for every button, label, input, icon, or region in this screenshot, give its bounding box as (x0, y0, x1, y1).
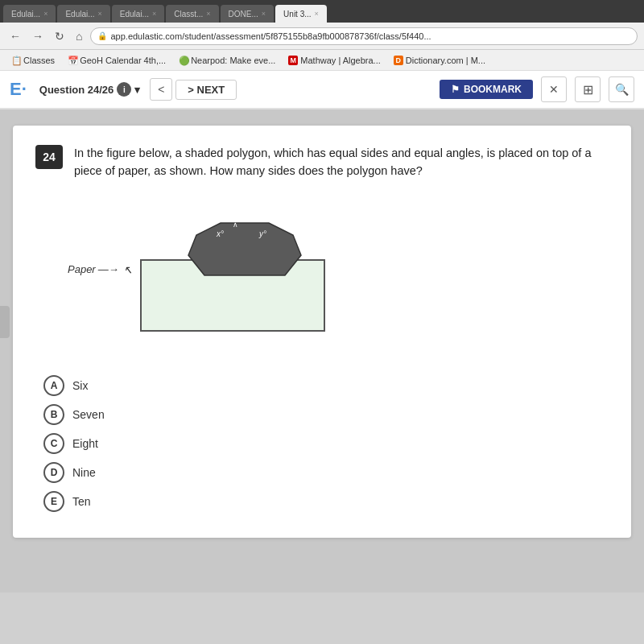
mathway-icon: M (288, 56, 298, 65)
nearpod-icon: 🟢 (179, 56, 188, 65)
choice-C-letter: C (51, 438, 58, 449)
classes-icon: 📋 (11, 56, 21, 65)
polygon-figure: x° y° ∧ (172, 211, 317, 283)
bookmark-dictionary[interactable]: D Dictionary.com | M... (389, 54, 490, 67)
tab-label: Classt... (174, 10, 203, 19)
choice-E-label: Ten (72, 495, 91, 508)
tab-label: Edulai... (11, 10, 40, 19)
choice-B-circle: B (43, 404, 64, 425)
prev-question-button[interactable]: < (150, 78, 172, 101)
question-text: In the figure below, a shaded polygon, w… (74, 145, 609, 180)
bookmark-label: GeoH Calendar 4th,... (80, 56, 166, 65)
tab-6-active[interactable]: Unit 3... × (275, 5, 327, 23)
browser-tabs: Edulai... × Edulai... × Edulai... × Clas… (0, 0, 644, 23)
tab-label: Edulai... (120, 10, 149, 19)
forward-button[interactable]: → (29, 28, 47, 44)
choice-B-label: Seven (72, 408, 105, 421)
bookmark-label: Dictionary.com | M... (406, 56, 485, 65)
svg-text:x°: x° (216, 229, 224, 238)
search-tool-button[interactable]: 🔍 (609, 76, 634, 102)
choice-B[interactable]: B Seven (43, 404, 609, 425)
tab-close-5[interactable]: × (262, 10, 266, 18)
question-number-badge: 24 (35, 145, 63, 169)
cursor-text: ↖ (123, 263, 133, 276)
choice-A[interactable]: A Six (43, 375, 609, 396)
bookmark-button[interactable]: ⚑ BOOKMARK (440, 80, 533, 99)
bookmark-label: Classes (23, 56, 55, 65)
choice-C[interactable]: C Eight (43, 433, 609, 454)
lock-icon: 🔒 (97, 31, 107, 40)
info-icon[interactable]: i (117, 82, 131, 97)
tab-close-4[interactable]: × (206, 10, 210, 18)
paper-arrow-icon: —→ (98, 263, 119, 275)
calendar-tool-button[interactable]: ⊞ (575, 76, 601, 102)
bookmark-label: Mathway | Algebra... (300, 56, 380, 65)
choice-C-circle: C (43, 433, 64, 454)
bookmark-classes[interactable]: 📋 Classes (6, 54, 60, 67)
address-input[interactable]: 🔒 app.edulastic.com/student/assessment/5… (90, 27, 638, 45)
calendar-icon: ⊞ (583, 82, 593, 97)
bookmark-label: BOOKMARK (464, 84, 522, 95)
paper-label: Paper —→ ↖ (68, 263, 133, 276)
choice-E-letter: E (51, 496, 57, 507)
tab-4[interactable]: Classt... × (166, 5, 218, 23)
back-button[interactable]: ← (6, 28, 24, 44)
next-arrow: > (188, 84, 194, 96)
close-icon: ✕ (549, 83, 559, 96)
tab-close-3[interactable]: × (152, 10, 156, 18)
choice-D[interactable]: D Nine (43, 462, 609, 483)
navigation-arrows: < > NEXT (150, 78, 237, 101)
bookmark-mathway[interactable]: M Mathway | Algebra... (283, 54, 385, 67)
dictionary-icon: D (394, 56, 403, 65)
choice-A-label: Six (72, 379, 88, 392)
bookmark-geoh[interactable]: 📅 GeoH Calendar 4th,... (63, 54, 171, 67)
question-counter: Question 24/26 i ▾ (39, 82, 140, 97)
tab-5[interactable]: DONE... × (221, 5, 275, 23)
tab-3[interactable]: Edulai... × (112, 5, 164, 23)
next-label: NEXT (197, 84, 225, 96)
choice-D-letter: D (51, 467, 58, 478)
tab-close-2[interactable]: × (98, 10, 102, 18)
svg-text:y°: y° (258, 229, 266, 238)
edulastic-logo: E· (10, 79, 27, 100)
tab-close-6[interactable]: × (315, 10, 319, 18)
tab-label: DONE... (229, 10, 258, 19)
next-question-button[interactable]: > NEXT (175, 80, 237, 100)
choice-A-letter: A (51, 380, 58, 391)
svg-text:∧: ∧ (233, 221, 238, 229)
choice-A-circle: A (43, 375, 64, 396)
figure-area: Paper —→ ↖ x° y° ∧ (68, 195, 374, 356)
scroll-indicator[interactable] (0, 306, 10, 338)
choice-B-letter: B (51, 409, 58, 420)
question-card: 24 In the figure below, a shaded polygon… (13, 126, 631, 538)
tab-label: Edulai... (65, 10, 94, 19)
choice-C-label: Eight (72, 437, 98, 450)
edulastic-toolbar: E· Question 24/26 i ▾ < > NEXT ⚑ BOOKMAR… (0, 71, 644, 109)
choice-D-circle: D (43, 462, 64, 483)
svg-marker-0 (188, 223, 301, 275)
reload-button[interactable]: ↻ (52, 28, 68, 44)
url-text: app.edulastic.com/student/assessment/5f8… (110, 31, 431, 41)
question-header: 24 In the figure below, a shaded polygon… (35, 145, 609, 180)
geoh-icon: 📅 (68, 56, 77, 65)
search-icon: 🔍 (615, 83, 629, 96)
bookmarks-bar: 📋 Classes 📅 GeoH Calendar 4th,... 🟢 Near… (0, 50, 644, 71)
bookmark-icon: ⚑ (451, 84, 460, 95)
bookmark-label: Nearpod: Make eve... (191, 56, 275, 65)
tab-1[interactable]: Edulai... × (3, 5, 56, 23)
answer-choices: A Six B Seven C Eight D Nine (43, 375, 609, 512)
choice-D-label: Nine (72, 466, 96, 479)
address-bar-row: ← → ↻ ⌂ 🔒 app.edulastic.com/student/asse… (0, 23, 644, 50)
choice-E-circle: E (43, 491, 64, 512)
question-counter-text: Question 24/26 (39, 84, 114, 96)
tab-label: Unit 3... (283, 10, 311, 19)
choice-E[interactable]: E Ten (43, 491, 609, 512)
home-button[interactable]: ⌂ (72, 28, 85, 44)
bookmark-nearpod[interactable]: 🟢 Nearpod: Make eve... (174, 54, 280, 67)
paper-text: Paper (68, 263, 96, 275)
tab-close-1[interactable]: × (43, 10, 47, 18)
tab-2[interactable]: Edulai... × (57, 5, 109, 23)
dropdown-icon: ▾ (134, 84, 140, 96)
main-content: 24 In the figure below, a shaded polygon… (0, 109, 644, 592)
close-button[interactable]: ✕ (541, 76, 567, 102)
